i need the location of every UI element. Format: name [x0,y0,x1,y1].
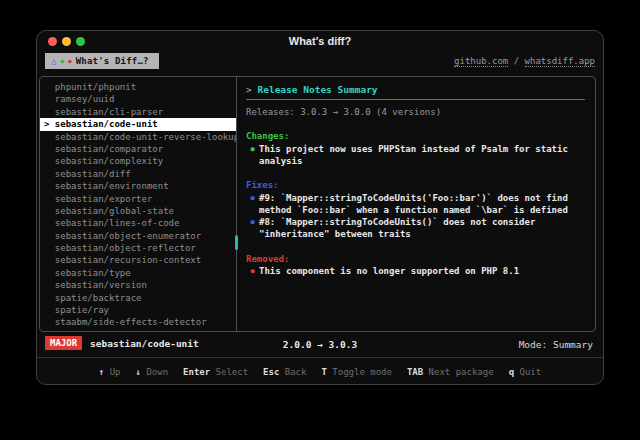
terminal-tab-row: △ ● ● What's Diff…? github.com / whatsdi… [45,53,595,70]
notes-sections: Changes:●This project now uses PHPStan i… [246,130,587,278]
notes-heading-row: > Release Notes Summary [246,84,587,95]
sidebar-item-sebastian-comparator[interactable]: sebastian/comparator [40,143,236,155]
sidebar-item-sebastian-diff[interactable]: sebastian/diff [40,168,236,180]
notes-heading: Release Notes Summary [257,84,377,95]
releases-line: Releases: 3.0.3 → 3.0.0 (4 versions) [246,107,587,117]
bullet-text: This component is no longer supported on… [259,265,587,277]
keyhint-up: ↑ Up [99,367,121,377]
window-titlebar[interactable]: What's diff? [37,31,603,52]
key-label: Back [279,367,306,377]
keyboard-hints-bar: ↑ Up↓ DownEnter SelectEsc BackT Toggle m… [37,361,603,383]
bullet-text: #9: `Mapper::stringToCodeUnits('Foo::bar… [259,192,587,217]
key-cap: Enter [183,367,210,377]
sidebar-item-spatie-ray[interactable]: spatie/ray [40,304,236,316]
heading-divider [246,99,585,100]
sidebar-item-spatie-backtrace[interactable]: spatie/backtrace [40,292,236,304]
keyhint-select: Enter Select [183,367,248,377]
keyhint-toggle-mode: T Toggle mode [321,367,391,377]
sidebar-item-sebastian-complexity[interactable]: sebastian/complexity [40,155,236,167]
bullet-item: ●#8: `Mapper::stringToCodeUnits()` does … [246,216,587,241]
bullet-text: This project now uses PHPStan instead of… [259,143,587,168]
desktop-background: What's diff? △ ● ● What's Diff…? github.… [0,0,640,440]
sidebar-item-staabm-side-effects-detector[interactable]: staabm/side-effects-detector [40,316,236,328]
sidebar-item-sebastian-environment[interactable]: sebastian/environment [40,180,236,192]
triangle-icon: △ [51,57,56,66]
bullet-icon: ● [246,143,259,168]
keyhint-down: ↓ Down [136,367,169,377]
keyhint-quit: q Quit [509,367,542,377]
sidebar-item-sebastian-global-state[interactable]: sebastian/global-state [40,205,236,217]
sidebar-item-phpunit-phpunit[interactable]: phpunit/phpunit [40,81,236,93]
key-label: Quit [514,367,541,377]
sidebar-item-ramsey-uuid[interactable]: ramsey/uuid [40,93,236,105]
panel-divider [236,77,237,331]
key-label: Select [210,367,248,377]
bullet-text: #8: `Mapper::stringToCodeUnits()` does n… [259,216,587,241]
window-title: What's diff? [37,35,603,47]
key-cap: TAB [407,367,423,377]
sidebar-item-sebastian-type[interactable]: sebastian/type [40,267,236,279]
notes-section: Changes:●This project now uses PHPStan i… [246,130,587,167]
key-label: Next package [423,367,493,377]
github-link[interactable]: github.com [454,56,508,67]
sidebar-item-sebastian-code-unit-reverse-lookup[interactable]: sebastian/code-unit-reverse-lookup [40,131,236,143]
release-notes-panel: > Release Notes Summary Releases: 3.0.3 … [237,77,595,331]
notes-section: Removed:●This component is no longer sup… [246,253,587,278]
bullet-icon: ● [246,265,259,277]
statusbar-separator [37,357,603,358]
key-label: Down [141,367,168,377]
sidebar-item-sebastian-object-reflector[interactable]: sebastian/object-reflector [40,242,236,254]
sidebar-item-sebastian-cli-parser[interactable]: sebastian/cli-parser [40,106,236,118]
key-label: Up [104,367,120,377]
whatsdiff-window: What's diff? △ ● ● What's Diff…? github.… [36,30,604,385]
scrollbar-thumb[interactable] [235,235,238,250]
red-dot-icon: ● [68,58,72,64]
project-links: github.com / whatsdiff.app [454,56,595,66]
heading-prefix-icon: > [246,84,252,95]
link-separator: / [508,56,524,66]
key-cap: Esc [263,367,279,377]
bullet-item: ●#9: `Mapper::stringToCodeUnits('Foo::ba… [246,192,587,217]
sidebar-item-sebastian-object-enumerator[interactable]: sebastian/object-enumerator [40,230,236,242]
section-title: Changes: [246,130,587,143]
section-title: Fixes: [246,179,587,192]
main-content-box: phpunit/phpunit ramsey/uuid sebastian/cl… [39,76,596,332]
keyhint-next-package: TAB Next package [407,367,494,377]
bullet-icon: ● [246,216,259,241]
green-dot-icon: ● [60,58,64,64]
keyhint-back: Esc Back [263,367,306,377]
tab-label: What's Diff…? [76,56,149,66]
bullet-icon: ● [246,192,259,217]
status-bar: MAJOR sebastian/code-unit 2.0.0 → 3.0.3 … [37,334,603,354]
sidebar-item-sebastian-code-unit[interactable]: > sebastian/code-unit [40,118,236,130]
section-title: Removed: [246,253,587,266]
key-label: Toggle mode [327,367,392,377]
sidebar-item-sebastian-lines-of-code[interactable]: sebastian/lines-of-code [40,217,236,229]
bullet-item: ●This project now uses PHPStan instead o… [246,143,587,168]
terminal-tab[interactable]: △ ● ● What's Diff…? [45,53,159,69]
sidebar-item-sebastian-exporter[interactable]: sebastian/exporter [40,193,236,205]
package-list: phpunit/phpunit ramsey/uuid sebastian/cl… [40,77,236,331]
sidebar-item-sebastian-recursion-context[interactable]: sebastian/recursion-context [40,254,236,266]
notes-section: Fixes:●#9: `Mapper::stringToCodeUnits('F… [246,179,587,241]
whatsdiff-app-link[interactable]: whatsdiff.app [525,56,595,67]
mode-indicator: Mode: Summary [519,339,593,350]
sidebar-item-sebastian-version[interactable]: sebastian/version [40,279,236,291]
bullet-item: ●This component is no longer supported o… [246,265,587,277]
